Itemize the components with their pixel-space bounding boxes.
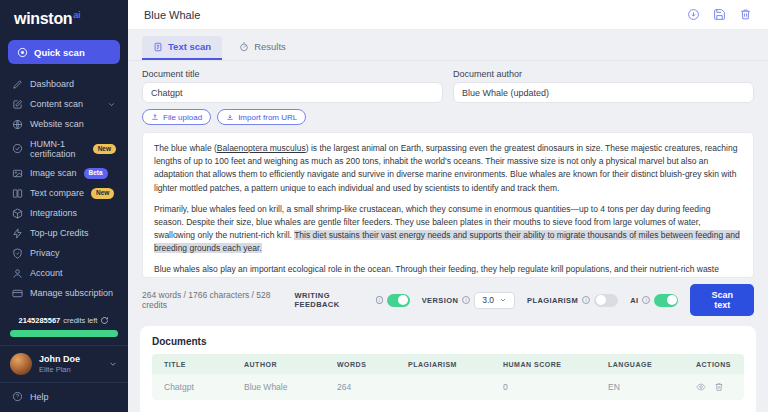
documents-table: TITLE AUTHOR WORDS PLAGIARISM HUMAN SCOR… <box>152 354 744 400</box>
help-label: Help <box>30 392 49 402</box>
document-author-input[interactable] <box>453 82 754 103</box>
image-icon <box>12 168 23 179</box>
circle-dot-icon <box>17 47 28 58</box>
main-area: Blue Whale Text scan Results <box>128 0 768 412</box>
sidebar-item-label: Top-up Credits <box>30 228 89 238</box>
tab-label: Text scan <box>168 41 211 52</box>
document-title-input[interactable] <box>142 82 443 103</box>
tab-bar: Text scan Results <box>128 30 768 61</box>
sidebar-item-label: Text compare <box>30 188 84 198</box>
column-header-plagiarism: PLAGIARISM <box>408 361 503 368</box>
credits-summary: 2145285567 credits left <box>0 312 128 345</box>
writing-feedback-label: WRITING FEEDBACK <box>295 291 372 309</box>
cell-words: 264 <box>337 382 408 392</box>
edit-square-icon <box>12 99 23 110</box>
paragraph-2: Primarily, blue whales feed on krill, a … <box>154 203 742 256</box>
writing-feedback-toggle[interactable] <box>387 294 409 307</box>
sidebar-item-humn1-certification[interactable]: HUMN-1 certification New <box>0 134 128 163</box>
gauge-icon <box>239 42 249 52</box>
paragraph-3: Blue whales also play an important ecolo… <box>154 263 742 278</box>
cell-language: EN <box>608 382 696 392</box>
document-author-label: Document author <box>453 69 754 79</box>
sidebar-item-account[interactable]: Account <box>0 263 128 283</box>
columns-icon <box>12 188 23 199</box>
file-upload-button[interactable]: File upload <box>142 109 211 125</box>
chevron-down-icon <box>499 296 507 304</box>
import-from-url-label: Import from URL <box>238 113 297 122</box>
user-menu[interactable]: John Doe Elite Plan <box>0 345 128 382</box>
sidebar: winstonai Quick scan Dashboard Content s… <box>0 0 128 412</box>
import-from-url-button[interactable]: Import from URL <box>217 109 306 125</box>
sidebar-item-help[interactable]: Help <box>0 382 128 412</box>
sidebar-item-dashboard[interactable]: Dashboard <box>0 74 128 94</box>
trash-icon <box>739 8 752 21</box>
ai-toggle[interactable] <box>654 294 678 307</box>
sidebar-item-label: Dashboard <box>30 79 74 89</box>
table-row[interactable]: Chatgpt Blue Whale 264 0 EN <box>152 374 744 400</box>
sidebar-item-integrations[interactable]: Integrations <box>0 203 128 223</box>
ai-control: AI i <box>630 294 678 307</box>
brand-suffix: ai <box>73 10 80 20</box>
download-icon <box>226 113 234 121</box>
sidebar-item-image-scan[interactable]: Image scan Beta <box>0 163 128 183</box>
tab-label: Results <box>254 41 286 52</box>
ai-label: AI <box>630 296 638 305</box>
info-icon: i <box>582 296 590 304</box>
trash-icon <box>714 382 724 392</box>
help-icon <box>12 391 23 402</box>
version-control: VERSION i 3.0 <box>422 292 515 309</box>
delete-row-button[interactable] <box>714 382 724 392</box>
sidebar-item-label: HUMN-1 certification <box>30 139 86 159</box>
column-header-author: AUTHOR <box>244 361 337 368</box>
view-document-button[interactable] <box>696 382 706 392</box>
column-header-words: WORDS <box>337 361 408 368</box>
delete-document-button[interactable] <box>739 8 752 21</box>
credits-progress-bar <box>10 330 118 337</box>
bolt-icon <box>12 228 23 239</box>
sidebar-item-label: Image scan <box>30 168 77 178</box>
scientific-name: Balaenoptera musculus <box>217 143 306 153</box>
info-icon: i <box>462 296 470 304</box>
sidebar-item-manage-subscription[interactable]: Manage subscription <box>0 283 128 303</box>
download-report-button[interactable] <box>687 8 700 21</box>
sidebar-item-text-compare[interactable]: Text compare New <box>0 183 128 203</box>
info-icon: i <box>376 296 384 304</box>
document-textarea[interactable]: The blue whale (Balaenoptera musculus) i… <box>142 132 754 278</box>
refresh-icon[interactable] <box>100 316 109 325</box>
info-icon: i <box>642 296 650 304</box>
sidebar-item-label: Content scan <box>30 99 83 109</box>
cell-author: Blue Whale <box>244 382 337 392</box>
cell-title: Chatgpt <box>164 382 244 392</box>
shield-icon <box>12 248 23 259</box>
document-title-label: Document title <box>142 69 443 79</box>
sidebar-nav: Dashboard Content scan Website scan HUMN… <box>0 74 128 303</box>
quick-scan-button[interactable]: Quick scan <box>8 40 120 64</box>
chevron-down-icon <box>108 359 118 369</box>
scan-controls-row: 264 words / 1766 characters / 528 credit… <box>128 278 768 322</box>
column-header-actions: ACTIONS <box>696 361 732 368</box>
sidebar-item-privacy[interactable]: Privacy <box>0 243 128 263</box>
circle-check-icon <box>12 143 23 154</box>
writing-feedback-control: WRITING FEEDBACK i <box>295 291 410 309</box>
sidebar-item-website-scan[interactable]: Website scan <box>0 114 128 134</box>
version-select[interactable]: 3.0 <box>474 292 515 309</box>
sidebar-item-topup-credits[interactable]: Top-up Credits <box>0 223 128 243</box>
sidebar-item-label: Manage subscription <box>30 288 113 298</box>
save-document-button[interactable] <box>713 8 726 21</box>
eye-icon <box>696 382 706 392</box>
plagiarism-label: PLAGIARISM <box>527 296 578 305</box>
beta-badge: Beta <box>84 168 108 178</box>
version-value: 3.0 <box>482 295 494 305</box>
tab-results[interactable]: Results <box>228 36 297 60</box>
user-icon <box>12 268 23 279</box>
document-meta-form: Document title File upload Import from U… <box>128 61 768 125</box>
sidebar-item-content-scan[interactable]: Content scan <box>0 94 128 114</box>
user-name: John Doe <box>39 354 80 365</box>
tab-text-scan[interactable]: Text scan <box>142 36 222 60</box>
pencil-icon <box>12 79 23 90</box>
user-plan: Elite Plan <box>39 365 80 374</box>
sidebar-item-label: Privacy <box>30 248 60 258</box>
plagiarism-toggle[interactable] <box>594 294 618 307</box>
scan-text-button[interactable]: Scan text <box>690 284 754 316</box>
chevron-down-icon <box>107 100 116 109</box>
